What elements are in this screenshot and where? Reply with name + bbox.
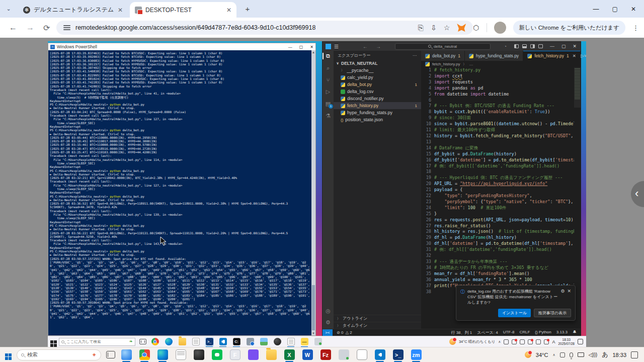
explorer-item-hype_funding_stats.py[interactable]: hype_funding_stats.py bbox=[334, 109, 421, 116]
tray-volume-icon[interactable] bbox=[544, 339, 549, 344]
remote-weather-icon[interactable] bbox=[449, 338, 456, 345]
editor-tab-hype_funding_stats.py[interactable]: hype_funding_stats.py bbox=[465, 51, 523, 61]
new-tab-button[interactable]: + bbox=[243, 4, 253, 14]
tray-icon-1[interactable] bbox=[504, 339, 509, 344]
site-settings-icon[interactable] bbox=[63, 25, 70, 31]
powershell-titlebar[interactable]: > Windows PowerShell — ▢ ✕ bbox=[48, 43, 315, 50]
extensions-puzzle-icon[interactable]: ⬡ bbox=[473, 24, 479, 32]
powershell-scrollbar[interactable]: ▲ ▼ bbox=[311, 50, 315, 335]
app-chrome-icon[interactable] bbox=[138, 349, 150, 361]
clipboard-icon[interactable]: ⎘ bbox=[418, 24, 424, 32]
notification-close-icon[interactable]: ✕ bbox=[567, 289, 571, 305]
bookmark-star-icon[interactable]: ☆ bbox=[444, 24, 450, 32]
taskbar-photos-icon[interactable] bbox=[259, 337, 268, 346]
local-notification-icon[interactable] bbox=[631, 351, 638, 358]
tray-network-icon[interactable] bbox=[536, 339, 541, 344]
taskbar-file-explorer-icon[interactable] bbox=[178, 337, 187, 346]
vscode-minimize-button[interactable]: — bbox=[550, 44, 554, 49]
app-game-icon[interactable] bbox=[247, 349, 259, 361]
local-search-box[interactable]: 検索 ✦ bbox=[17, 349, 101, 360]
tab-close-icon[interactable]: ✕ bbox=[118, 7, 123, 14]
encoding[interactable]: UTF-8 bbox=[503, 330, 515, 335]
install-app-icon[interactable]: ⇩ bbox=[431, 24, 437, 32]
app-excel-icon[interactable]: X bbox=[283, 349, 295, 361]
tab-close-icon[interactable]: ✕ bbox=[573, 53, 576, 58]
remote-session-panel-toggle[interactable]: ‹ bbox=[631, 181, 644, 207]
remote-task-view-icon[interactable] bbox=[139, 339, 146, 344]
local-tray-icon-1[interactable] bbox=[560, 352, 565, 357]
remote-clock[interactable]: 18:33 2025/07/28 bbox=[558, 338, 575, 345]
vscode-close-button[interactable]: ✕ bbox=[573, 44, 577, 49]
problems-errors[interactable]: ⊘ 0 △ 2 bbox=[337, 330, 352, 335]
taskbar-sticky-notes-icon[interactable]: — bbox=[300, 337, 309, 346]
extensions-icon[interactable]: ▤1 bbox=[323, 101, 334, 107]
remote-weather-text[interactable]: 34°C 晴れのちくもり bbox=[459, 339, 495, 344]
remote-indicator[interactable]: >< bbox=[323, 329, 333, 336]
taskbar-device-manager-icon[interactable] bbox=[246, 337, 255, 346]
tray-icon-4[interactable] bbox=[528, 339, 533, 344]
timeline-section[interactable]: 〉タイムライン bbox=[334, 322, 421, 329]
taskbar-vscode-icon[interactable] bbox=[218, 337, 227, 346]
notifications-bell-icon[interactable]: 🔔︎ bbox=[573, 330, 577, 335]
address-bar[interactable]: remotedesktop.google.com/access/session/… bbox=[56, 21, 473, 35]
run-python-file-icon[interactable]: ▷˅ bbox=[581, 53, 586, 58]
local-hidden-icons-chevron[interactable]: ∧ bbox=[552, 353, 555, 357]
taskbar-dark-sphere-app-icon[interactable] bbox=[273, 337, 282, 346]
install-extension-button[interactable]: インストール bbox=[498, 309, 531, 317]
remote-ime-indicator[interactable]: A bbox=[552, 339, 555, 344]
source-control-icon[interactable]: ⑂ bbox=[323, 77, 334, 83]
taskbar-misc-app-icon[interactable] bbox=[313, 337, 323, 346]
remote-search-box[interactable]: ここに入力して検索 ❧ bbox=[59, 338, 135, 346]
taskbar-powershell-icon[interactable]: >_ bbox=[205, 337, 214, 346]
taskbar-chrome-icon[interactable] bbox=[150, 337, 159, 346]
breadcrumb[interactable]: fetch_history.py 〉 … bbox=[421, 61, 581, 67]
speaker-icon[interactable]: ◁))) bbox=[589, 352, 598, 357]
show-recommendations-button[interactable]: 推奨事項の表示 bbox=[534, 309, 571, 317]
app-vscode-icon[interactable] bbox=[374, 349, 386, 361]
notification-gear-icon[interactable]: ⚙ bbox=[560, 289, 565, 305]
app-zoom-icon[interactable]: zm bbox=[410, 349, 422, 361]
ps-minimize-button[interactable]: — bbox=[288, 45, 292, 49]
editor-tab-fetch_history.py[interactable]: fetch_history.py1✕ bbox=[523, 51, 581, 61]
scrollbar-thumb[interactable] bbox=[312, 285, 315, 330]
explorer-root-folder[interactable]: ∨ DELTA_NEUTRAL bbox=[334, 60, 421, 67]
customize-layout-icon[interactable] bbox=[538, 44, 543, 48]
local-weather-text[interactable]: 34°C bbox=[536, 352, 548, 358]
vscode-back-icon[interactable]: ← bbox=[363, 44, 368, 49]
settings-gear-icon[interactable]: ⚙ bbox=[323, 319, 334, 326]
account-icon[interactable]: ◎ bbox=[323, 308, 334, 314]
app-ffftp-icon[interactable]: F bbox=[229, 349, 241, 361]
back-button[interactable]: ← bbox=[9, 23, 17, 32]
eol-sequence[interactable]: CRLF bbox=[519, 330, 530, 335]
vscode-command-search[interactable]: delta_neutral bbox=[395, 43, 491, 50]
taskbar-notepad2-icon[interactable] bbox=[286, 337, 295, 346]
app-edge-icon[interactable] bbox=[156, 349, 169, 361]
ps-maximize-button[interactable]: ▢ bbox=[299, 45, 303, 49]
display-icon[interactable] bbox=[578, 352, 584, 357]
taskbar-notepad-icon[interactable] bbox=[191, 337, 200, 346]
explorer-item-delta_bot.py[interactable]: delta_bot.py1 bbox=[334, 81, 421, 88]
explorer-icon[interactable]: ⧉ bbox=[323, 53, 334, 59]
ps-close-button[interactable]: ✕ bbox=[310, 45, 313, 49]
window-minimize-button[interactable]: — bbox=[593, 6, 599, 13]
app-el-icon[interactable]: el bbox=[356, 349, 368, 361]
editor-tab-delta_bot.py[interactable]: delta_bot.py1 bbox=[421, 51, 465, 61]
reload-button[interactable]: ⟳ bbox=[43, 23, 50, 33]
forward-button[interactable]: → bbox=[26, 23, 34, 32]
profile-avatar[interactable] bbox=[494, 22, 506, 34]
vscode-restore-button[interactable]: ▢ bbox=[561, 44, 566, 49]
vscode-window[interactable]: ☰ ← → delta_neutral ◔ — ▢ ✕ ⧉ ⌕ ⑂ ▷ ▤1 bbox=[322, 41, 581, 336]
local-task-view-icon[interactable] bbox=[106, 351, 115, 358]
window-close-button[interactable]: ✕ bbox=[631, 6, 636, 13]
run-debug-icon[interactable]: ▷ bbox=[323, 88, 334, 95]
explorer-item-position_state.json[interactable]: {}position_state.json bbox=[334, 116, 421, 123]
explorer-item-__pycache__[interactable]: 〉__pycache__ bbox=[334, 67, 421, 74]
remote-action-center-icon[interactable] bbox=[578, 339, 583, 344]
toggle-secondary-sidebar-icon[interactable] bbox=[530, 44, 535, 48]
app-filezilla-icon[interactable]: Fz bbox=[319, 349, 332, 361]
language-mode[interactable]: {} Python bbox=[535, 330, 551, 335]
app-word-icon[interactable]: W bbox=[301, 349, 313, 361]
explorer-item-delta_log.csv[interactable]: delta_log.csv bbox=[334, 88, 421, 95]
browser-tab-1[interactable]: ✻ デルタニュートラルシステム ✕ bbox=[18, 2, 128, 18]
explorer-item-calc_yield.py[interactable]: calc_yield.py bbox=[334, 74, 421, 81]
